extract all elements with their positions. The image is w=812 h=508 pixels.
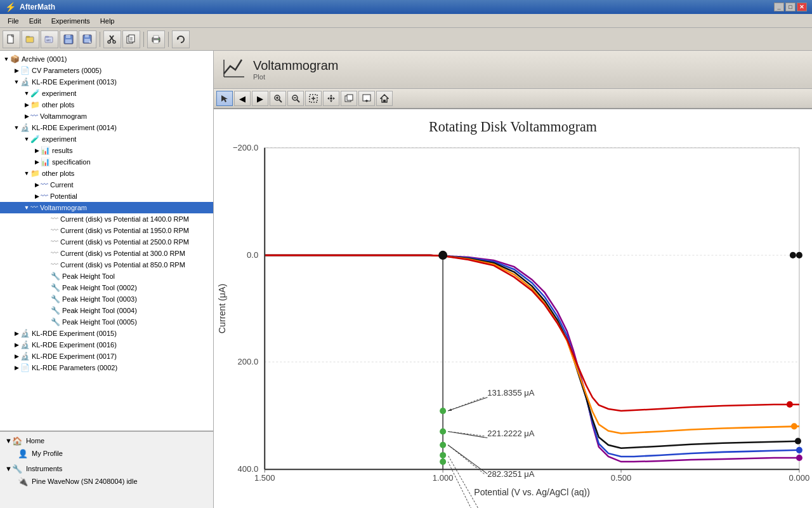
- tree-item-kl-params-0002[interactable]: ▶ 📄 KL-RDE Parameters (0002): [0, 362, 213, 373]
- svg-marker-31: [221, 95, 228, 102]
- expand-potential[interactable]: ▶: [33, 192, 41, 200]
- cut-button[interactable]: [103, 30, 121, 48]
- expand-archive[interactable]: ▼: [3, 55, 10, 63]
- instruments-item[interactable]: ▼ 🔧 Instruments: [3, 462, 211, 475]
- expand-kl0013[interactable]: ▼: [13, 78, 20, 86]
- tree-item-results[interactable]: ▶ 📊 results: [0, 145, 213, 156]
- tree-item-kl0017[interactable]: ▶ 🔬 KL-RDE Experiment (0017): [0, 351, 213, 362]
- refresh-button[interactable]: [172, 30, 190, 48]
- copy-data-button[interactable]: [122, 30, 140, 48]
- expand-kl-params-0002[interactable]: ▶: [13, 364, 20, 371]
- tree-item-peak-height-0005[interactable]: 🔧 Peak Height Tool (0005): [0, 316, 213, 328]
- zoom-out-button[interactable]: [287, 91, 304, 106]
- my-profile-item[interactable]: 👤 My Profile: [3, 447, 211, 460]
- expand-results[interactable]: ▶: [33, 147, 41, 154]
- select-tool-button[interactable]: [216, 91, 233, 106]
- potential-label: Potential: [50, 192, 77, 200]
- menu-help[interactable]: Help: [95, 16, 120, 26]
- chart-svg: Rotating Disk Voltammogram −200.0: [214, 109, 812, 508]
- kl0014-label: KL-RDE Experiment (0014): [32, 124, 117, 131]
- kl0015-label: KL-RDE Experiment (0015): [32, 330, 117, 337]
- tree-item-experiment-0013[interactable]: ▼ 🧪 experiment: [0, 88, 213, 99]
- zoom-in-button[interactable]: [270, 91, 286, 106]
- tree-item-peak-height-0003[interactable]: 🔧 Peak Height Tool (0003): [0, 293, 213, 305]
- tree-item-kl0013[interactable]: ▼ 🔬 KL-RDE Experiment (0013): [0, 76, 213, 88]
- chart-area[interactable]: Rotating Disk Voltammogram −200.0: [214, 109, 812, 508]
- tree-item-curve-2500[interactable]: 〰 Current (disk) vs Potential at 2500.0 …: [0, 236, 213, 248]
- expand-kl0017[interactable]: ▶: [13, 352, 20, 360]
- expand-experiment-0014[interactable]: ▼: [23, 135, 30, 143]
- svg-point-18: [113, 41, 115, 43]
- archive-label: Archive (0001): [22, 55, 67, 63]
- maximize-button[interactable]: □: [785, 3, 796, 11]
- expand-voltammogram-0014[interactable]: ▼: [23, 204, 30, 211]
- copy-image-button[interactable]: [341, 91, 357, 106]
- other-plots-0014-icon: 📁: [30, 169, 40, 178]
- expand-other-plots-0014[interactable]: ▼: [23, 170, 30, 177]
- toolbar-sep-2: [143, 32, 144, 47]
- tree-item-kl0016[interactable]: ▶ 🔬 KL-RDE Experiment (0016): [0, 339, 213, 351]
- kl0016-label: KL-RDE Experiment (0016): [32, 341, 117, 349]
- tree-item-other-plots-0013[interactable]: ▶ 📁 other plots: [0, 99, 213, 110]
- tree-item-peak-height-0004[interactable]: 🔧 Peak Height Tool (0004): [0, 305, 213, 316]
- open-archive-button[interactable]: arc: [41, 30, 58, 48]
- expand-kl0014[interactable]: ▼: [13, 124, 20, 131]
- svg-rect-25: [154, 36, 159, 38]
- menu-edit[interactable]: Edit: [24, 16, 46, 26]
- expand-cv-params[interactable]: ▶: [13, 67, 20, 74]
- plot-toolbar: ◀ ▶: [214, 89, 812, 109]
- tree-item-voltammogram-0013[interactable]: ▶ 〰 Voltammogram: [0, 110, 213, 122]
- save-as-button[interactable]: +: [79, 30, 96, 48]
- expand-other-plots-0013[interactable]: ▶: [23, 101, 30, 109]
- new-button[interactable]: [3, 30, 20, 48]
- curve-2500-label: Current (disk) vs Potential at 2500.0 RP…: [60, 238, 189, 246]
- tree-item-archive[interactable]: ▼ 📦 Archive (0001): [0, 53, 213, 65]
- curve-300-label: Current (disk) vs Potential at 300.0 RPM: [60, 250, 185, 257]
- tree-item-curve-1400[interactable]: 〰 Current (disk) vs Potential at 1400.0 …: [0, 213, 213, 225]
- tree-item-peak-height[interactable]: 🔧 Peak Height Tool: [0, 271, 213, 282]
- save-button[interactable]: [60, 30, 77, 48]
- pine-wavenow-item[interactable]: 🔌 Pine WaveNow (SN 2408004) idle: [3, 475, 211, 488]
- zoom-box-button[interactable]: [305, 91, 322, 106]
- open-button[interactable]: [22, 30, 39, 48]
- pan-right-button[interactable]: ▶: [252, 91, 268, 106]
- export-button[interactable]: [358, 91, 375, 106]
- expand-voltammogram-0013[interactable]: ▶: [23, 112, 30, 120]
- tree-item-cv-params[interactable]: ▶ 📄 CV Parameters (0005): [0, 65, 213, 76]
- tree-item-other-plots-0014[interactable]: ▼ 📁 other plots: [0, 168, 213, 179]
- tree-item-peak-height-0002[interactable]: 🔧 Peak Height Tool (0002): [0, 282, 213, 293]
- expand-experiment-0013[interactable]: ▼: [23, 90, 30, 97]
- svg-text:arc: arc: [46, 38, 51, 42]
- minimize-button[interactable]: _: [774, 3, 784, 11]
- tree-item-experiment-0014[interactable]: ▼ 🧪 experiment: [0, 133, 213, 145]
- home-view-button[interactable]: [376, 91, 393, 106]
- menu-file[interactable]: File: [3, 16, 24, 26]
- close-button[interactable]: ✕: [797, 3, 807, 11]
- tree-item-curve-300[interactable]: 〰 Current (disk) vs Potential at 300.0 R…: [0, 248, 213, 259]
- svg-rect-6: [45, 36, 49, 37]
- pan-button[interactable]: [323, 91, 339, 106]
- expand-kl0016[interactable]: ▶: [13, 341, 20, 349]
- tree-item-specification[interactable]: ▶ 📊 specification: [0, 156, 213, 168]
- tree-item-curve-850[interactable]: 〰 Current (disk) vs Potential at 850.0 R…: [0, 259, 213, 271]
- menu-experiments[interactable]: Experiments: [46, 16, 95, 26]
- tree-item-curve-1950[interactable]: 〰 Current (disk) vs Potential at 1950.0 …: [0, 225, 213, 236]
- expand-current[interactable]: ▶: [33, 181, 41, 189]
- expand-instruments[interactable]: ▼: [5, 465, 12, 472]
- expand-home[interactable]: ▼: [5, 437, 12, 444]
- tree-item-kl0014[interactable]: ▼ 🔬 KL-RDE Experiment (0014): [0, 122, 213, 133]
- voltammogram-0014-icon: 〰: [30, 203, 38, 212]
- experiment-0013-icon: 🧪: [30, 89, 40, 98]
- home-item[interactable]: ▼ 🏠 Home: [3, 434, 211, 447]
- expand-specification[interactable]: ▶: [33, 158, 41, 166]
- dot-blue: [796, 447, 802, 453]
- svg-text:1.500: 1.500: [254, 473, 275, 483]
- expand-kl0015[interactable]: ▶: [13, 330, 20, 337]
- tree-item-voltammogram-0014[interactable]: ▼ 〰 Voltammogram: [0, 202, 213, 213]
- tree-item-potential[interactable]: ▶ 〰 Potential: [0, 190, 213, 202]
- peak-height-label: Peak Height Tool: [62, 272, 115, 280]
- pan-left-button[interactable]: ◀: [234, 91, 251, 106]
- print-button[interactable]: [147, 30, 165, 48]
- tree-item-kl0015[interactable]: ▶ 🔬 KL-RDE Experiment (0015): [0, 328, 213, 339]
- tree-item-current[interactable]: ▶ 〰 Current: [0, 179, 213, 190]
